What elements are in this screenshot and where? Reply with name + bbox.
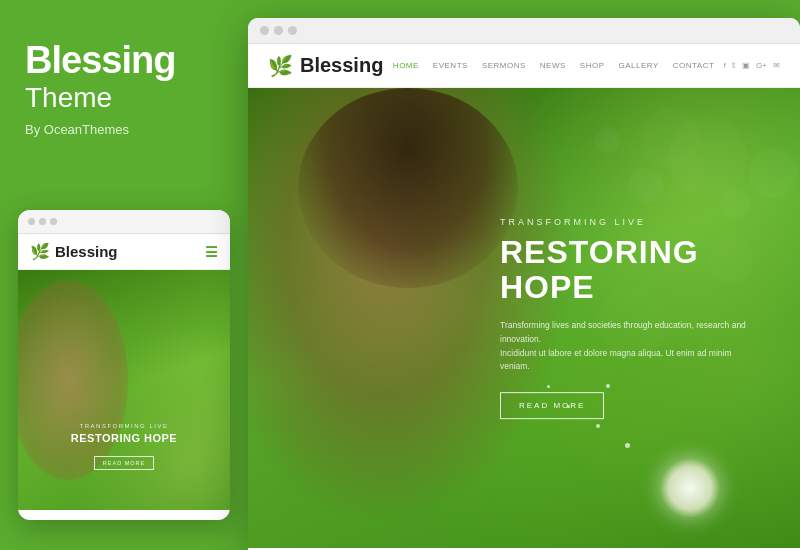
twitter-icon[interactable]: 𝕥 bbox=[732, 61, 736, 70]
mobile-dot-3 bbox=[50, 218, 57, 225]
hero-description: Transforming lives and societies through… bbox=[500, 320, 760, 374]
mobile-title-bar bbox=[18, 210, 230, 234]
theme-title: Blessing Theme By OceanThemes bbox=[25, 40, 228, 137]
googleplus-icon[interactable]: G+ bbox=[756, 61, 767, 70]
desktop-leaf-icon: 🌿 bbox=[268, 54, 293, 78]
nav-link-news[interactable]: NEWS bbox=[540, 61, 566, 70]
dandelion-puff bbox=[660, 458, 720, 518]
desktop-dot-2 bbox=[274, 26, 283, 35]
desktop-dot-3 bbox=[288, 26, 297, 35]
desktop-hero-content: TRANSFORMING LIVE RESTORING HOPE Transfo… bbox=[500, 217, 760, 419]
mobile-logo: 🌿 Blessing bbox=[30, 242, 118, 261]
desktop-dot-1 bbox=[260, 26, 269, 35]
nav-link-events[interactable]: EVENTS bbox=[433, 61, 468, 70]
email-icon[interactable]: ✉ bbox=[773, 61, 780, 70]
mobile-leaf-icon: 🌿 bbox=[30, 242, 50, 261]
desktop-nav: 🌿 Blessing HOME EVENTS SERMONS NEWS SHOP… bbox=[248, 44, 800, 88]
mobile-hero-image: TRANSFORMING LIVE RESTORING HOPE READ MO… bbox=[18, 270, 230, 510]
nav-link-home[interactable]: HOME bbox=[393, 61, 419, 70]
mobile-hero-text: TRANSFORMING LIVE RESTORING HOPE READ MO… bbox=[54, 423, 194, 470]
desktop-cta-button[interactable]: READ MORE bbox=[500, 392, 604, 419]
facebook-icon[interactable]: f bbox=[724, 61, 726, 70]
spore-3 bbox=[625, 443, 630, 448]
mobile-nav: 🌿 Blessing ☰ bbox=[18, 234, 230, 270]
mobile-hamburger-icon[interactable]: ☰ bbox=[205, 244, 218, 260]
bokeh-5 bbox=[640, 108, 700, 168]
mobile-mockup: 🌿 Blessing ☰ TRANSFORMING LIVE RESTORING… bbox=[18, 210, 230, 520]
bokeh-7 bbox=[720, 188, 750, 218]
rss-icon[interactable]: ▣ bbox=[742, 61, 750, 70]
bokeh-2 bbox=[748, 148, 798, 198]
desktop-mockup: 🌿 Blessing HOME EVENTS SERMONS NEWS SHOP… bbox=[248, 18, 800, 550]
nav-link-contact[interactable]: CONTACT bbox=[673, 61, 715, 70]
mobile-cta-button[interactable]: READ MORE bbox=[94, 456, 154, 470]
nav-link-sermons[interactable]: SERMONS bbox=[482, 61, 526, 70]
mobile-dot-2 bbox=[39, 218, 46, 225]
desktop-social-links: f 𝕥 ▣ G+ ✉ bbox=[724, 61, 780, 70]
nav-link-gallery[interactable]: GALLERY bbox=[619, 61, 659, 70]
desktop-hero: TRANSFORMING LIVE RESTORING HOPE Transfo… bbox=[248, 88, 800, 548]
hero-hair-shape bbox=[298, 88, 518, 288]
bokeh-3 bbox=[628, 168, 663, 203]
desktop-nav-links: HOME EVENTS SERMONS NEWS SHOP GALLERY CO… bbox=[393, 61, 714, 70]
bokeh-4 bbox=[595, 128, 620, 153]
mobile-dot-1 bbox=[28, 218, 35, 225]
nav-link-shop[interactable]: SHOP bbox=[580, 61, 605, 70]
spore-1 bbox=[596, 424, 600, 428]
desktop-logo: 🌿 Blessing bbox=[268, 54, 383, 78]
desktop-title-bar bbox=[248, 18, 800, 44]
